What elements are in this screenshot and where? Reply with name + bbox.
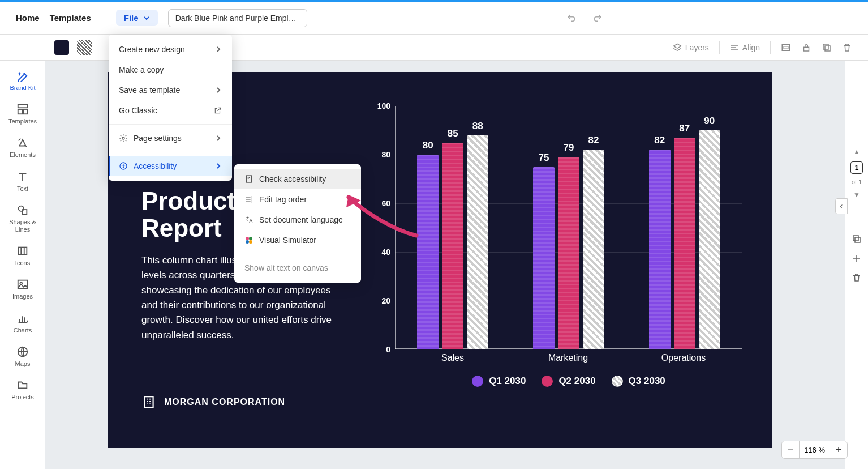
submenu-set-language[interactable]: Set document language bbox=[234, 210, 361, 230]
chevron-down-icon bbox=[143, 15, 150, 22]
bar-label: 85 bbox=[448, 128, 458, 139]
external-link-icon bbox=[214, 106, 222, 114]
bar: 88 bbox=[467, 135, 488, 349]
duplicate-page-button[interactable] bbox=[849, 232, 864, 246]
right-rail: ▲ 1 of 1 ▼ bbox=[845, 61, 868, 469]
layers-icon bbox=[673, 43, 682, 52]
svg-point-19 bbox=[246, 237, 249, 240]
submenu-visual-simulator[interactable]: Visual Simulator bbox=[234, 230, 361, 250]
rail-icons[interactable]: Icons bbox=[0, 240, 45, 271]
redo-icon[interactable] bbox=[592, 13, 603, 23]
undo-icon[interactable] bbox=[566, 13, 577, 23]
bar-label: 75 bbox=[539, 152, 549, 164]
building-icon bbox=[141, 395, 156, 410]
rail-elements[interactable]: Elements bbox=[0, 132, 45, 163]
zoom-value[interactable]: 116 % bbox=[799, 441, 830, 458]
page-prev[interactable]: ▲ bbox=[852, 147, 861, 157]
zoom-in-button[interactable]: + bbox=[830, 441, 847, 458]
menu-accessibility[interactable]: Accessibility bbox=[109, 156, 232, 176]
rail-brand-kit[interactable]: Brand Kit bbox=[0, 65, 45, 96]
nav-home[interactable]: Home bbox=[16, 13, 40, 23]
align-icon bbox=[730, 43, 739, 52]
svg-rect-6 bbox=[18, 109, 22, 114]
submenu-check-accessibility[interactable]: Check accessibility bbox=[234, 169, 361, 189]
y-tick: 40 bbox=[381, 248, 390, 257]
lock-icon[interactable] bbox=[801, 42, 811, 53]
svg-rect-2 bbox=[804, 47, 809, 51]
submenu-edit-tag-order[interactable]: Edit tag order bbox=[234, 189, 361, 210]
y-tick: 0 bbox=[386, 345, 390, 354]
svg-rect-7 bbox=[24, 109, 27, 114]
x-axis-labels: SalesMarketingOperations bbox=[395, 353, 742, 363]
legend-item: Q3 2030 bbox=[612, 376, 665, 387]
simulator-icon bbox=[244, 236, 253, 245]
file-label: File bbox=[124, 13, 139, 23]
rail-projects[interactable]: Projects bbox=[0, 374, 45, 406]
menu-create-design[interactable]: Create new design bbox=[109, 39, 232, 59]
x-label: Operations bbox=[626, 353, 741, 363]
file-menu-button[interactable]: File bbox=[116, 10, 158, 26]
slide-footer[interactable]: MORGAN CORPORATION bbox=[141, 395, 285, 410]
layers-button[interactable]: Layers bbox=[673, 43, 709, 52]
menu-save-template[interactable]: Save as template bbox=[109, 80, 232, 100]
svg-point-17 bbox=[123, 164, 124, 165]
svg-rect-4 bbox=[825, 46, 830, 51]
duplicate-icon[interactable] bbox=[822, 42, 832, 53]
y-tick: 20 bbox=[381, 296, 390, 305]
rail-maps[interactable]: Maps bbox=[0, 341, 45, 372]
checklist-icon bbox=[244, 174, 253, 184]
chart[interactable]: 020406080100 808588757982828790 SalesMar… bbox=[366, 106, 750, 423]
rail-charts[interactable]: Charts bbox=[0, 308, 45, 339]
trash-icon[interactable] bbox=[842, 42, 852, 53]
svg-point-22 bbox=[249, 240, 252, 244]
align-button[interactable]: Align bbox=[730, 43, 760, 52]
legend-swatch bbox=[612, 376, 623, 387]
chevron-right-icon bbox=[215, 46, 222, 53]
bar: 85 bbox=[442, 143, 463, 350]
menu-make-copy[interactable]: Make a copy bbox=[109, 59, 232, 80]
svg-rect-0 bbox=[782, 44, 790, 50]
menu-go-classic[interactable]: Go Classic bbox=[109, 100, 232, 121]
bar: 82 bbox=[649, 150, 671, 349]
legend-label: Q2 2030 bbox=[558, 376, 595, 387]
chevron-right-icon bbox=[215, 87, 222, 93]
document-title-input[interactable]: Dark Blue Pink and Purple Employ... bbox=[168, 9, 307, 27]
submenu-show-alt[interactable]: Show alt text on canvas bbox=[234, 258, 361, 278]
y-tick: 100 bbox=[377, 101, 390, 110]
bar: 87 bbox=[674, 138, 695, 349]
bar: 79 bbox=[558, 157, 579, 349]
accessibility-submenu: Check accessibility Edit tag order Set d… bbox=[234, 164, 361, 283]
add-page-button[interactable] bbox=[849, 251, 864, 266]
color-swatch-navy[interactable] bbox=[54, 40, 69, 55]
plot-area: 808588757982828790 bbox=[395, 106, 742, 349]
svg-rect-5 bbox=[18, 105, 28, 108]
bar-label: 88 bbox=[472, 121, 483, 132]
delete-page-button[interactable] bbox=[849, 270, 864, 285]
bar: 82 bbox=[583, 150, 604, 349]
bar-group: 757982 bbox=[526, 150, 611, 349]
rail-templates[interactable]: Templates bbox=[0, 99, 45, 130]
svg-point-8 bbox=[19, 206, 24, 211]
language-icon bbox=[244, 215, 253, 224]
rail-images[interactable]: Images bbox=[0, 274, 45, 305]
bar-label: 82 bbox=[654, 135, 665, 146]
bar-group: 828790 bbox=[642, 130, 727, 349]
page-count: of 1 bbox=[852, 178, 862, 185]
fit-icon[interactable] bbox=[781, 42, 791, 53]
legend-label: Q3 2030 bbox=[629, 376, 665, 387]
menu-page-settings[interactable]: Page settings bbox=[109, 128, 232, 148]
legend-label: Q1 2030 bbox=[489, 376, 526, 387]
pattern-swatch[interactable] bbox=[77, 40, 92, 55]
rail-shapes[interactable]: Shapes & Lines bbox=[0, 199, 45, 238]
gear-icon bbox=[119, 134, 128, 143]
y-axis: 020406080100 bbox=[366, 106, 395, 349]
file-dropdown: Create new design Make a copy Save as te… bbox=[109, 35, 232, 181]
bar-label: 90 bbox=[704, 116, 715, 127]
rail-text[interactable]: Text bbox=[0, 166, 45, 197]
collapse-handle[interactable]: ‹ bbox=[835, 198, 848, 214]
zoom-out-button[interactable]: − bbox=[782, 441, 799, 458]
nav-templates[interactable]: Templates bbox=[50, 13, 91, 23]
page-indicator[interactable]: 1 bbox=[850, 161, 863, 174]
page-next[interactable]: ▼ bbox=[852, 190, 861, 200]
bar: 90 bbox=[699, 130, 720, 349]
